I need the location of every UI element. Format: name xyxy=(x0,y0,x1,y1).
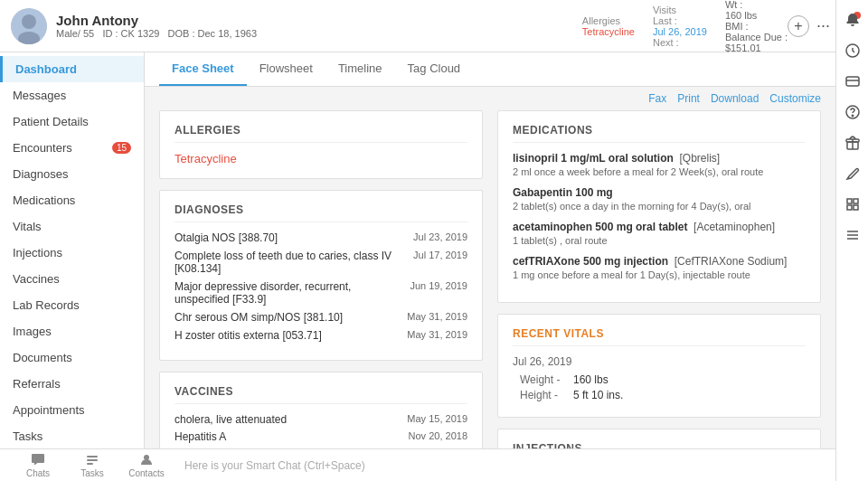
patient-header: John Antony Male/ 55 ID : CK 1329 DOB : … xyxy=(0,0,868,52)
bottom-bar: Chats Tasks Contacts Here is your Smart … xyxy=(0,448,868,481)
list-item: Height - 5 ft 10 ins. xyxy=(513,389,806,401)
grid2-icon[interactable] xyxy=(840,222,865,248)
nav-contacts[interactable]: Contacts xyxy=(119,449,174,482)
sidebar-item-dashboard[interactable]: Dashboard xyxy=(0,56,144,82)
list-item: lisinopril 1 mg/mL oral solution [Qbreli… xyxy=(513,152,806,177)
list-item: Weight - 160 lbs xyxy=(513,373,806,386)
svg-rect-16 xyxy=(854,199,858,203)
left-column: ALLERGIES Tetracycline DIAGNOSES Otalgia… xyxy=(159,110,490,448)
print-link[interactable]: Print xyxy=(677,92,700,105)
sidebar-item-images[interactable]: Images xyxy=(0,318,144,344)
sidebar-item-injections[interactable]: Injections xyxy=(0,240,144,266)
more-button[interactable]: ··· xyxy=(816,16,830,35)
edit-icon[interactable] xyxy=(840,161,865,186)
weight-section: Wt : 160 lbs BMI : Balance Due : $151.01 xyxy=(725,0,788,53)
sidebar-item-appointments[interactable]: Appointments xyxy=(0,397,144,423)
patient-info: John Antony Male/ 55 ID : CK 1329 DOB : … xyxy=(56,13,564,39)
sidebar-item-tasks[interactable]: Tasks xyxy=(0,423,144,448)
allergies-section: Allergies Tetracycline xyxy=(582,15,635,37)
allergies-value: Tetracycline xyxy=(582,26,635,37)
help-icon[interactable] xyxy=(840,99,865,125)
list-item: Gabapentin 100 mg 2 tablet(s) once a day… xyxy=(513,186,806,212)
notification-icon[interactable] xyxy=(840,7,865,33)
grid1-icon[interactable] xyxy=(840,192,865,217)
customize-link[interactable]: Customize xyxy=(769,92,821,105)
avatar xyxy=(11,8,47,44)
tab-flowsheet[interactable]: Flowsheet xyxy=(247,52,326,86)
svg-rect-4 xyxy=(87,459,98,461)
cds-icon[interactable] xyxy=(840,38,865,63)
injections-section-card: INJECTIONS penicilline Dec 19, 2017 Bici… xyxy=(497,429,821,448)
patient-demographics: Male/ 55 ID : CK 1329 DOB : Dec 18, 1963 xyxy=(56,28,564,39)
bottom-nav: Chats Tasks Contacts xyxy=(11,449,174,482)
sidebar-item-documents[interactable]: Documents xyxy=(0,344,144,371)
svg-point-12 xyxy=(852,115,853,116)
allergies-section-card: ALLERGIES Tetracycline xyxy=(159,110,483,179)
list-item: acetaminophen 500 mg oral tablet [Acetam… xyxy=(513,221,806,246)
sidebar-item-lab-records[interactable]: Lab Records xyxy=(0,292,144,318)
last-visit: Last : Jul 26, 2019 xyxy=(653,15,707,37)
content-area: Face Sheet Flowsheet Timeline Tag Cloud … xyxy=(145,52,835,448)
vitals-date: Jul 26, 2019 xyxy=(513,355,806,368)
table-row: cholera, live attenuated May 15, 2019 xyxy=(175,413,467,426)
tab-timeline[interactable]: Timeline xyxy=(326,52,395,86)
tabs-bar: Face Sheet Flowsheet Timeline Tag Cloud xyxy=(145,52,835,87)
add-button[interactable]: + xyxy=(788,15,809,37)
tab-face-sheet[interactable]: Face Sheet xyxy=(159,52,247,86)
allergies-title: ALLERGIES xyxy=(175,124,467,143)
medications-section-card: MEDICATIONS lisinopril 1 mg/mL oral solu… xyxy=(497,110,821,303)
gift-icon[interactable] xyxy=(840,130,865,156)
download-link[interactable]: Download xyxy=(711,92,759,105)
svg-rect-9 xyxy=(846,77,859,86)
sidebar-item-vaccines[interactable]: Vaccines xyxy=(0,266,144,292)
sidebar-item-messages[interactable]: Messages xyxy=(0,82,144,108)
sidebar: Dashboard Messages Patient Details Encou… xyxy=(0,52,145,448)
injections-title: INJECTIONS xyxy=(513,442,806,448)
table-row: H zoster otitis externa [053.71] May 31,… xyxy=(175,329,467,342)
diagnoses-section-card: DIAGNOSES Otalgia NOS [388.70] Jul 23, 2… xyxy=(159,190,483,361)
svg-rect-17 xyxy=(847,205,852,210)
card-icon[interactable] xyxy=(840,69,865,94)
nav-chats[interactable]: Chats xyxy=(11,449,65,482)
svg-point-1 xyxy=(22,14,36,29)
smart-chat-placeholder[interactable]: Here is your Smart Chat (Ctrl+Space) xyxy=(184,459,857,472)
visits-label: Visits xyxy=(653,5,707,15)
main-layout: Dashboard Messages Patient Details Encou… xyxy=(0,52,868,448)
next-visit: Next : xyxy=(653,37,707,48)
medications-title: MEDICATIONS xyxy=(513,124,806,143)
sidebar-item-vitals[interactable]: Vitals xyxy=(0,213,144,240)
visits-section: Visits Last : Jul 26, 2019 Next : xyxy=(653,5,707,48)
sidebar-item-patient-details[interactable]: Patient Details xyxy=(0,108,144,135)
vaccines-section-card: VACCINES cholera, live attenuated May 15… xyxy=(159,372,483,448)
right-column: MEDICATIONS lisinopril 1 mg/mL oral solu… xyxy=(490,110,821,448)
table-row: Major depressive disorder, recurrent, un… xyxy=(175,280,467,306)
table-row: Chr serous OM simp/NOS [381.10] May 31, … xyxy=(175,311,467,324)
fax-link[interactable]: Fax xyxy=(648,92,666,105)
bmi-row: BMI : xyxy=(725,21,788,32)
sidebar-item-medications[interactable]: Medications xyxy=(0,187,144,213)
encounters-badge: 15 xyxy=(112,142,131,154)
svg-rect-5 xyxy=(87,463,93,465)
vaccines-title: VACCINES xyxy=(175,385,467,404)
sidebar-item-referrals[interactable]: Referrals xyxy=(0,371,144,397)
patient-name: John Antony xyxy=(56,13,564,28)
table-row: Complete loss of teeth due to caries, cl… xyxy=(175,250,467,275)
table-row: Hepatitis A Nov 20, 2018 xyxy=(175,430,467,443)
balance-row: Balance Due : $151.01 xyxy=(725,32,788,53)
facesheet-grid: ALLERGIES Tetracycline DIAGNOSES Otalgia… xyxy=(145,110,835,448)
wt-row: Wt : 160 lbs xyxy=(725,0,788,21)
tab-tag-cloud[interactable]: Tag Cloud xyxy=(395,52,474,86)
action-bar: Fax Print Download Customize xyxy=(145,87,835,110)
diagnoses-title: DIAGNOSES xyxy=(175,203,467,222)
svg-rect-18 xyxy=(854,205,858,210)
nav-tasks[interactable]: Tasks xyxy=(65,449,119,482)
right-icon-bar xyxy=(835,0,868,481)
table-row: Otalgia NOS [388.70] Jul 23, 2019 xyxy=(175,231,467,244)
svg-rect-3 xyxy=(87,456,98,457)
recent-vitals-title: RECENT VITALS xyxy=(513,327,806,346)
svg-rect-15 xyxy=(847,199,852,203)
list-item: cefTRIAXone 500 mg injection [CefTRIAXon… xyxy=(513,255,806,280)
sidebar-item-encounters[interactable]: Encounters 15 xyxy=(0,135,144,161)
allergies-label: Allergies xyxy=(582,15,635,26)
sidebar-item-diagnoses[interactable]: Diagnoses xyxy=(0,161,144,187)
